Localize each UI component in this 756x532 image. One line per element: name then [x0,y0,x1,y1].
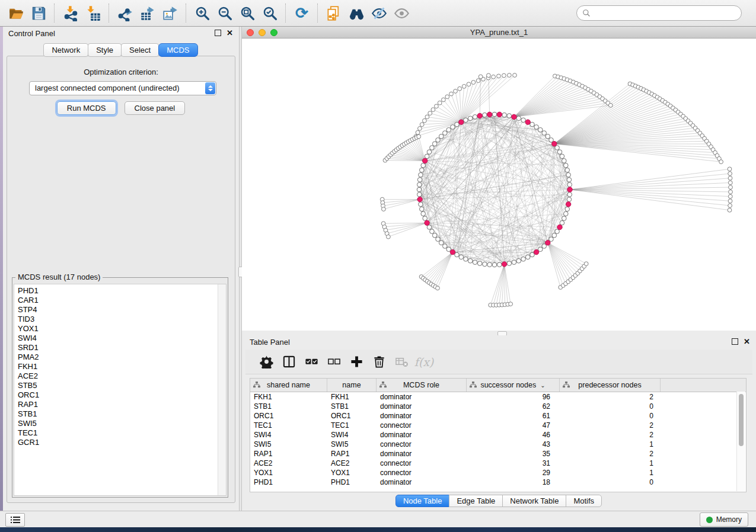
network-node[interactable] [417,193,422,197]
mcds-result-item[interactable]: ORC1 [14,390,218,400]
result-list-scrollbar[interactable] [218,284,226,495]
mcds-result-item[interactable]: GCR1 [14,438,218,447]
leaf-node[interactable] [728,176,732,180]
table-row[interactable]: RAP1RAP1dominator352 [250,449,746,459]
network-node[interactable] [564,163,569,168]
mcds-result-item[interactable]: YOX1 [14,324,218,334]
network-node[interactable] [567,193,572,197]
hide-selected-button[interactable] [368,2,390,24]
tab-network[interactable]: Network [43,43,88,57]
network-node[interactable] [483,262,487,267]
import-network-button[interactable] [59,2,82,24]
mcds-result-list[interactable]: PHD1CAR1STP4TID3YOX1SWI4SRD1PMA2FKH1ACE2… [14,284,227,496]
mcds-result-item[interactable]: FKH1 [14,362,218,371]
leaf-node[interactable] [728,199,732,203]
leaf-node[interactable] [729,185,733,190]
network-node[interactable] [419,202,423,207]
mcds-result-item[interactable]: SWI5 [14,419,218,428]
leaf-node[interactable] [728,208,732,212]
table-row[interactable]: SWI4SWI4dominator462 [250,430,746,440]
leaf-node[interactable] [728,167,732,171]
leaf-node[interactable] [479,75,483,79]
table-row[interactable]: STB1STB1dominator620 [250,402,746,411]
network-node[interactable] [565,168,570,172]
export-image-button[interactable] [159,2,181,24]
network-node[interactable] [566,172,571,177]
network-node[interactable] [468,259,473,264]
network-node[interactable] [487,262,492,267]
network-node[interactable] [423,216,428,221]
leaf-node[interactable] [497,74,501,78]
leaf-node[interactable] [425,115,429,119]
network-node[interactable] [530,252,535,257]
network-node[interactable] [555,229,560,234]
network-node[interactable] [446,127,451,132]
tab-edge-table[interactable]: Edge Table [449,495,503,507]
network-node[interactable] [525,255,530,259]
dominator-node[interactable] [566,202,570,207]
network-node[interactable] [507,261,512,266]
network-node[interactable] [492,262,497,267]
leaf-node[interactable] [435,104,439,108]
leaf-node[interactable] [442,98,446,102]
leaf-node[interactable] [382,207,386,211]
export-table-button[interactable] [136,2,159,24]
dominator-node[interactable] [477,113,482,118]
network-node[interactable] [521,118,526,123]
dominator-node[interactable] [417,197,422,201]
column-header-name[interactable]: name [327,379,377,392]
tab-node-table[interactable]: Node Table [395,495,450,507]
network-node[interactable] [430,146,435,150]
network-node[interactable] [420,168,425,172]
delete-column-button[interactable] [368,353,390,371]
network-node[interactable] [483,113,487,117]
leaf-node[interactable] [487,73,491,78]
network-node[interactable] [530,122,535,127]
dominator-node[interactable] [557,225,562,229]
network-node[interactable] [439,241,444,245]
network-node[interactable] [427,225,432,230]
network-node[interactable] [468,116,473,121]
mcds-result-item[interactable]: SRD1 [14,343,218,352]
network-search-input[interactable] [576,5,742,21]
export-network-button[interactable] [114,2,136,24]
table-row[interactable]: ACE2ACE2connector311 [250,459,746,468]
leaf-node[interactable] [492,75,496,79]
network-node[interactable] [557,150,562,155]
float-window-icon[interactable] [215,30,221,36]
tab-select[interactable]: Select [121,43,159,57]
dominator-node[interactable] [459,120,464,124]
scrollbar-thumb[interactable] [739,394,744,446]
network-node[interactable] [427,150,432,155]
network-node[interactable] [432,142,437,146]
network-node[interactable] [436,138,441,143]
network-node[interactable] [562,216,567,221]
network-node[interactable] [473,115,477,120]
zoom-out-button[interactable] [213,2,236,24]
network-node[interactable] [464,257,468,262]
network-node[interactable] [443,244,448,249]
network-node[interactable] [546,134,550,139]
network-node[interactable] [567,197,572,202]
mcds-result-item[interactable]: SWI4 [14,334,218,343]
mcds-result-item[interactable]: TEC1 [14,428,218,438]
save-session-button[interactable] [27,2,50,24]
horizontal-split-divider[interactable] [242,331,756,335]
clone-network-button[interactable] [323,2,345,24]
dominator-node[interactable] [502,262,506,267]
network-node[interactable] [459,255,464,259]
select-all-rows-button[interactable] [300,353,323,371]
dominator-node[interactable] [552,142,557,146]
zoom-fit-button[interactable] [236,2,259,24]
mcds-result-item[interactable]: CAR1 [14,296,218,305]
network-node[interactable] [417,178,422,182]
network-node[interactable] [439,134,444,139]
leaf-node[interactable] [509,302,513,306]
network-node[interactable] [425,154,429,159]
network-node[interactable] [502,113,507,117]
network-node[interactable] [562,159,567,164]
network-node[interactable] [451,125,455,130]
tab-mcds[interactable]: MCDS [158,43,197,57]
leaf-node[interactable] [728,204,732,208]
table-row[interactable]: TEC1TEC1connector472 [250,421,746,430]
